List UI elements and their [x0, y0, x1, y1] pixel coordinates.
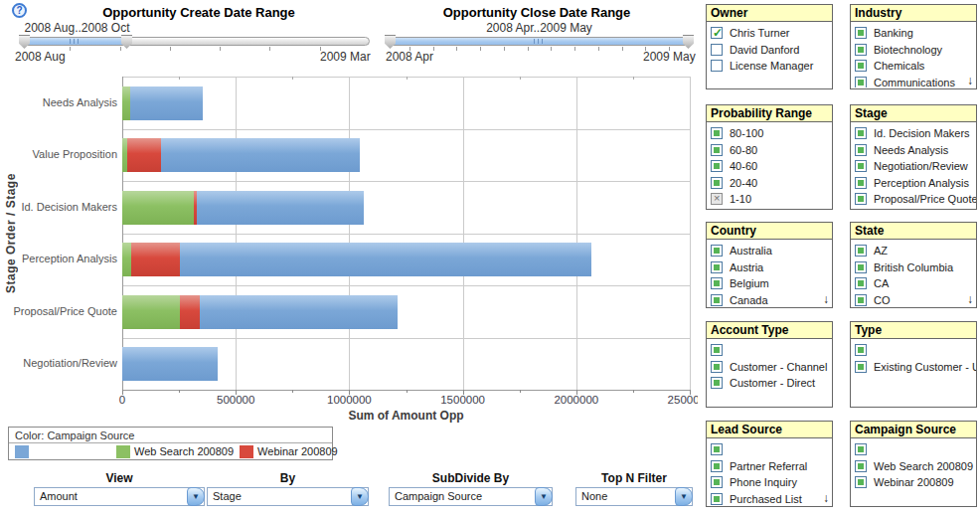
filter-item[interactable]: Chris Turner: [707, 25, 832, 42]
filter-item[interactable]: Webinar 200809: [851, 474, 976, 491]
dropdown-arrow-icon[interactable]: ▼: [535, 487, 553, 506]
dropdown-arrow-icon[interactable]: ▼: [351, 487, 369, 506]
checkbox-selected-icon[interactable]: [855, 261, 867, 273]
checkbox-selected-icon[interactable]: [855, 294, 867, 306]
filter-item[interactable]: Id. Decision Makers: [851, 125, 976, 142]
bar-segment[interactable]: [180, 295, 199, 329]
filter-item[interactable]: [851, 441, 976, 458]
checkbox-selected-icon[interactable]: [855, 27, 867, 39]
checkbox-selected-icon[interactable]: [711, 344, 723, 356]
bar-segment[interactable]: [122, 191, 194, 225]
filter-item[interactable]: [707, 441, 832, 458]
filter-item[interactable]: Banking: [851, 25, 976, 42]
checkbox-selected-icon[interactable]: [855, 476, 867, 488]
filter-item[interactable]: Customer - Channel: [707, 359, 832, 376]
checkbox-selected-icon[interactable]: [711, 294, 723, 306]
checkbox-selected-icon[interactable]: [711, 144, 723, 156]
filter-item[interactable]: 1-10: [707, 191, 832, 208]
checkbox-empty-icon[interactable]: [711, 44, 723, 56]
checkbox-selected-icon[interactable]: [711, 160, 723, 172]
filter-item[interactable]: Belgium: [707, 275, 832, 292]
bar-segment[interactable]: [122, 243, 131, 276]
create-date-slider-left-handle[interactable]: [19, 35, 30, 49]
filter-item[interactable]: Web Search 200809: [851, 458, 976, 475]
checkbox-selected-icon[interactable]: [855, 443, 867, 455]
filter-item[interactable]: Existing Customer - Upgrade: [851, 359, 976, 376]
checkbox-selected-icon[interactable]: [711, 245, 723, 257]
checkbox-selected-icon[interactable]: [711, 361, 723, 373]
filter-item[interactable]: [851, 342, 976, 359]
filter-item[interactable]: Proposal/Price Quote: [851, 191, 976, 208]
slider-grip-icon[interactable]: [534, 39, 545, 44]
legend-swatch-web-search[interactable]: [116, 445, 130, 458]
top-n-filter-dropdown[interactable]: None ▼: [575, 487, 693, 506]
bar-segment[interactable]: [122, 295, 180, 329]
filter-item[interactable]: British Columbia: [851, 259, 976, 276]
slider-grip-icon[interactable]: [70, 39, 81, 44]
filter-item[interactable]: Austria: [707, 259, 832, 276]
filter-item[interactable]: Partner Referral: [707, 458, 832, 475]
create-date-slider-right-handle[interactable]: [121, 35, 132, 49]
checkbox-empty-icon[interactable]: [711, 60, 723, 72]
subdivide-by-dropdown[interactable]: Campaign Source ▼: [389, 487, 553, 506]
filter-item[interactable]: Communications: [851, 75, 976, 88]
checkbox-selected-icon[interactable]: [711, 261, 723, 273]
filter-item[interactable]: License Manager: [707, 58, 832, 75]
checkbox-selected-icon[interactable]: [711, 377, 723, 389]
checkbox-selected-icon[interactable]: [855, 460, 867, 472]
checkbox-selected-icon[interactable]: [855, 245, 867, 257]
checkbox-selected-icon[interactable]: [711, 460, 723, 472]
filter-item[interactable]: 40-60: [707, 158, 832, 175]
close-date-slider-left-handle[interactable]: [385, 35, 396, 49]
bar-segment[interactable]: [127, 138, 161, 172]
checkbox-selected-icon[interactable]: [855, 177, 867, 189]
checkbox-selected-icon[interactable]: [711, 277, 723, 289]
filter-item[interactable]: 20-40: [707, 175, 832, 192]
bar-segment[interactable]: [200, 295, 399, 329]
filter-item[interactable]: Chemicals: [851, 58, 976, 75]
filter-item[interactable]: Biotechnology: [851, 42, 976, 59]
checkbox-selected-icon[interactable]: [855, 60, 867, 72]
checkbox-selected-icon[interactable]: [855, 344, 867, 356]
legend-swatch-blank[interactable]: [15, 445, 29, 458]
bar-segment[interactable]: [197, 191, 364, 225]
filter-item[interactable]: [707, 342, 832, 359]
checkbox-selected-icon[interactable]: [711, 476, 723, 488]
checkbox-selected-icon[interactable]: [711, 493, 723, 505]
bar-segment[interactable]: [130, 86, 203, 120]
checkbox-selected-icon[interactable]: [855, 277, 867, 289]
checkbox-selected-icon[interactable]: [855, 361, 867, 373]
dropdown-arrow-icon[interactable]: ▼: [675, 487, 693, 506]
scroll-down-arrow-icon[interactable]: ↓: [823, 491, 829, 505]
scroll-down-arrow-icon[interactable]: ↓: [967, 74, 973, 87]
checkbox-selected-icon[interactable]: [855, 44, 867, 56]
dropdown-arrow-icon[interactable]: ▼: [187, 487, 205, 506]
filter-item[interactable]: David Danford: [707, 42, 832, 59]
checkbox-selected-icon[interactable]: [855, 77, 867, 87]
checkbox-checkmark-icon[interactable]: [711, 27, 723, 39]
filter-item[interactable]: Phone Inquiry: [707, 474, 832, 491]
checkbox-selected-icon[interactable]: [855, 160, 867, 172]
checkbox-selected-icon[interactable]: [711, 443, 723, 455]
view-dropdown[interactable]: Amount ▼: [34, 487, 205, 506]
checkbox-excluded-icon[interactable]: [711, 193, 723, 205]
bar-segment[interactable]: [122, 347, 218, 381]
filter-item[interactable]: 80-100: [707, 125, 832, 142]
filter-item[interactable]: Customer - Direct: [707, 375, 832, 392]
filter-item[interactable]: Needs Analysis: [851, 142, 976, 159]
bar-segment[interactable]: [180, 243, 590, 276]
scroll-down-arrow-icon[interactable]: ↓: [823, 292, 829, 306]
filter-item[interactable]: CO: [851, 292, 976, 307]
filter-item[interactable]: Canada: [707, 292, 832, 307]
checkbox-selected-icon[interactable]: [855, 144, 867, 156]
filter-item[interactable]: Purchased List: [707, 491, 832, 506]
bar-segment[interactable]: [131, 243, 180, 276]
bar-segment[interactable]: [122, 86, 130, 120]
filter-item[interactable]: Perception Analysis: [851, 175, 976, 192]
filter-item[interactable]: Australia: [707, 243, 832, 259]
legend-swatch-webinar[interactable]: [240, 445, 253, 458]
scroll-down-arrow-icon[interactable]: ↓: [967, 292, 973, 306]
by-dropdown[interactable]: Stage ▼: [207, 487, 369, 506]
checkbox-selected-icon[interactable]: [855, 193, 867, 205]
checkbox-selected-icon[interactable]: [855, 127, 867, 139]
